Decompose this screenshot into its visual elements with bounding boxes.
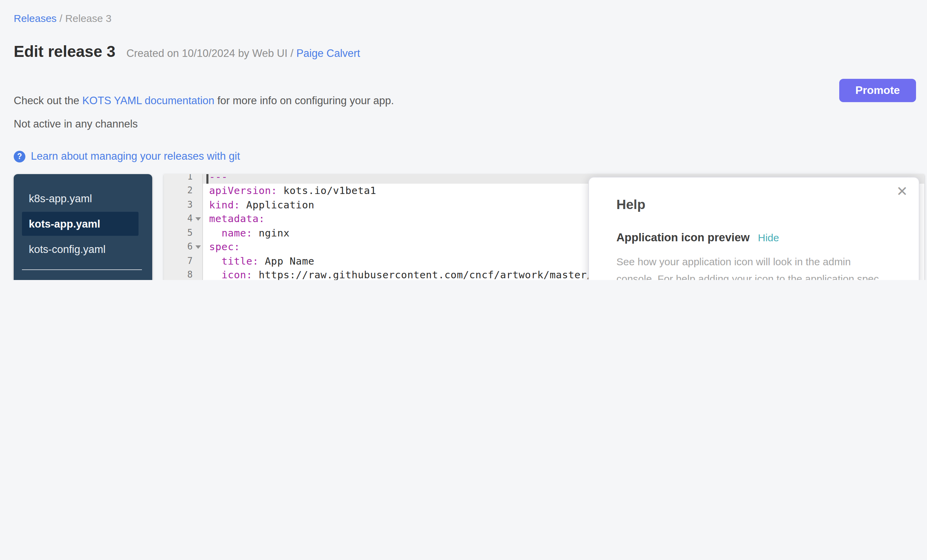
sidebar-file-kots-config.yaml[interactable]: kots-config.yaml — [22, 237, 138, 261]
gutter-line-2[interactable]: 2 — [164, 184, 202, 198]
gutter-line-3[interactable]: 3 — [164, 198, 202, 212]
help-panel: ✕ Help Application icon preview Hide See… — [588, 177, 919, 280]
desc-line-1: See how your application icon will look … — [616, 256, 851, 267]
icon-preview-title: Application icon preview — [616, 231, 750, 244]
fold-arrow-icon[interactable] — [195, 217, 201, 221]
release-meta: Created on 10/10/2024 by Web UI / Paige … — [126, 47, 360, 60]
close-icon[interactable]: ✕ — [896, 184, 908, 198]
sidebar-file-kots-app.yaml[interactable]: kots-app.yaml — [22, 212, 138, 236]
kots-doc-line: Check out the KOTS YAML documentation fo… — [14, 95, 394, 107]
channel-status: Not active in any channels — [14, 118, 138, 130]
gutter: 12345678910111213141516 — [164, 174, 203, 280]
icon-preview-description: See how your application icon will look … — [616, 253, 891, 280]
breadcrumb-separator: / — [59, 12, 65, 24]
file-list: k8s-app.yamlkots-app.yamlkots-config.yam… — [14, 174, 152, 280]
kots-doc-link[interactable]: KOTS YAML documentation — [82, 95, 214, 106]
breadcrumb: Releases / Release 3 — [14, 12, 111, 24]
text-cursor — [207, 174, 208, 184]
file-sidebar: k8s-app.yamlkots-app.yamlkots-config.yam… — [14, 174, 152, 280]
desc-line-2: console. For help adding your icon to th… — [616, 273, 882, 280]
fold-arrow-icon[interactable] — [195, 245, 201, 249]
gutter-line-7[interactable]: 7 — [164, 254, 202, 268]
help-title: Help — [616, 197, 646, 212]
hide-link[interactable]: Hide — [758, 232, 779, 243]
page: Releases / Release 3 Edit release 3 Crea… — [0, 0, 927, 280]
git-help-row: ? Learn about managing your releases wit… — [14, 150, 240, 162]
promote-button[interactable]: Promote — [839, 79, 916, 102]
question-icon: ? — [14, 150, 25, 162]
git-help-link[interactable]: Learn about managing your releases with … — [31, 150, 240, 162]
icon-preview-section-header: Application icon preview Hide — [616, 231, 779, 244]
release-meta-text: Created on 10/10/2024 by Web UI / — [126, 47, 296, 59]
sidebar-file-example-configmap.yaml[interactable]: example-configmap.yaml — [22, 278, 138, 280]
title-row: Edit release 3 Created on 10/10/2024 by … — [14, 42, 360, 61]
kots-doc-suffix: for more info on configuring your app. — [214, 95, 394, 106]
gutter-line-6[interactable]: 6 — [164, 240, 202, 254]
breadcrumb-releases-link[interactable]: Releases — [14, 12, 56, 24]
breadcrumb-current: Release 3 — [65, 12, 111, 24]
file-list-divider — [22, 269, 142, 270]
page-title: Edit release 3 — [14, 42, 115, 61]
gutter-line-1[interactable]: 1 — [164, 174, 202, 184]
gutter-line-5[interactable]: 5 — [164, 226, 202, 240]
gutter-line-8[interactable]: 8 — [164, 268, 202, 280]
author-link[interactable]: Paige Calvert — [296, 47, 360, 59]
gutter-line-4[interactable]: 4 — [164, 212, 202, 226]
sidebar-file-k8s-app.yaml[interactable]: k8s-app.yaml — [22, 187, 138, 211]
kots-doc-prefix: Check out the — [14, 95, 82, 106]
